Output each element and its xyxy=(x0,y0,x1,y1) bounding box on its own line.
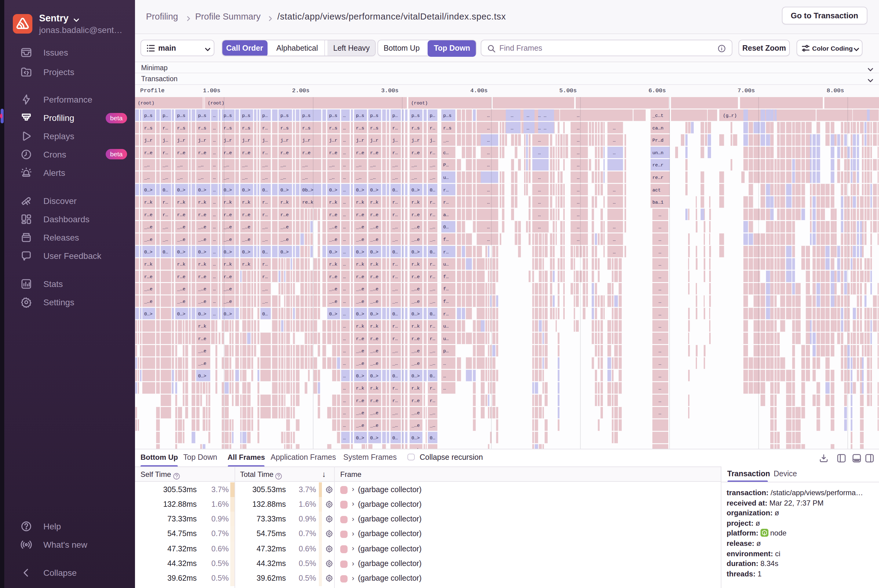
svg-text:0…>: 0…> xyxy=(177,249,185,255)
svg-text:…: … xyxy=(613,249,615,255)
svg-text:…: … xyxy=(343,249,346,255)
svg-text:_…e: _…e xyxy=(280,224,288,230)
svg-text:…: … xyxy=(577,212,580,218)
svg-text:j…r: j…r xyxy=(144,137,152,143)
svg-text:f…: f… xyxy=(443,237,449,242)
svg-text:r…k: r…k xyxy=(412,385,420,391)
svg-text:0…>: 0…> xyxy=(242,249,251,255)
svg-text:r…k: r…k xyxy=(224,200,232,205)
svg-text:…: … xyxy=(658,212,661,218)
svg-text:0…>: 0…> xyxy=(412,373,420,379)
svg-text:…: … xyxy=(527,112,529,118)
svg-text:_…: _… xyxy=(329,162,334,168)
svg-text:j…: j… xyxy=(162,137,168,143)
svg-text:r…k: r…k xyxy=(329,261,337,267)
svg-text:_…: _… xyxy=(262,224,268,230)
svg-text:r…e: r…e xyxy=(144,150,152,155)
svg-text:0…>: 0…> xyxy=(280,249,288,255)
svg-text:r…e: r…e xyxy=(356,274,364,279)
svg-text:r…: r… xyxy=(430,398,435,403)
svg-text:_…e: _…e xyxy=(370,423,379,428)
svg-text:r…e: r…e xyxy=(177,274,185,279)
svg-text:_…: _… xyxy=(144,162,150,168)
svg-text:_…e: _…e xyxy=(356,360,364,366)
svg-text:0…: 0… xyxy=(262,249,268,255)
svg-text:_…e: _…e xyxy=(280,237,288,242)
svg-text:_…e: _…e xyxy=(356,224,364,230)
svg-text:_…e: _…e xyxy=(177,298,185,304)
svg-text:re…k: re…k xyxy=(302,200,313,205)
svg-text:r…e: r…e xyxy=(280,150,288,155)
svg-text:r…k: r…k xyxy=(144,261,152,267)
svg-text:r…: r… xyxy=(443,200,449,205)
svg-text:_…: _… xyxy=(430,224,435,230)
svg-text:…: … xyxy=(487,150,490,155)
svg-text:0…>: 0…> xyxy=(356,249,364,255)
svg-text:…: … xyxy=(577,150,580,155)
svg-text:0…: 0… xyxy=(430,435,435,441)
svg-text:p…s: p…s xyxy=(443,112,451,118)
svg-text:r…e: r…e xyxy=(198,212,206,218)
svg-text:f…: f… xyxy=(443,286,449,291)
svg-text:…: … xyxy=(213,298,216,304)
svg-text:p…s: p…s xyxy=(198,112,206,118)
svg-text:r…e: r…e xyxy=(242,212,251,218)
svg-text:0…>: 0…> xyxy=(280,187,288,193)
svg-text:re…r: re…r xyxy=(652,175,663,180)
svg-text:j…: j… xyxy=(430,137,435,143)
svg-text:…: … xyxy=(443,373,446,379)
svg-text:r…k: r…k xyxy=(356,200,364,205)
svg-text:…: … xyxy=(343,323,346,329)
svg-text:_…: _… xyxy=(430,348,435,354)
svg-text:0…>: 0…> xyxy=(144,249,152,255)
svg-text:_…e: _…e xyxy=(144,286,152,291)
svg-text:…: … xyxy=(487,237,490,242)
svg-text:r…: r… xyxy=(430,125,435,130)
svg-text:p…: p… xyxy=(262,112,268,118)
svg-text:0…>: 0…> xyxy=(356,373,364,379)
svg-text:_…: _… xyxy=(280,175,286,180)
svg-text:_…: _… xyxy=(242,175,248,180)
svg-text:…: … xyxy=(213,286,216,291)
svg-text:r…e: r…e xyxy=(198,336,206,341)
svg-text:_…: _… xyxy=(430,298,435,304)
svg-text:…: … xyxy=(343,373,346,379)
svg-text:_…e: _…e xyxy=(198,298,206,304)
svg-text:r…e: r…e xyxy=(370,398,379,403)
svg-text:_…: _… xyxy=(370,162,376,168)
svg-text:r…: r… xyxy=(430,212,435,218)
svg-text:…: … xyxy=(343,112,346,118)
svg-text:_…e: _…e xyxy=(329,237,337,242)
svg-text:_…e: _…e xyxy=(411,286,420,291)
svg-text:r…s: r…s xyxy=(302,125,311,130)
svg-text:_…e: _…e xyxy=(356,286,364,291)
svg-text:0…>: 0…> xyxy=(370,187,379,193)
svg-text:j…r: j…r xyxy=(412,137,420,143)
svg-text:…: … xyxy=(213,162,216,168)
svg-text:r…: r… xyxy=(430,323,435,329)
svg-text:(root): (root) xyxy=(411,100,428,106)
svg-text:_…: _… xyxy=(430,360,435,366)
svg-text:_…: _… xyxy=(302,175,308,180)
svg-text:r…s: r…s xyxy=(198,125,206,130)
svg-text:r…e: r…e xyxy=(412,274,420,279)
svg-text:…: … xyxy=(343,187,346,193)
svg-text:…: … xyxy=(213,150,216,155)
svg-text:…: … xyxy=(487,112,490,118)
svg-text:_…: _… xyxy=(392,423,398,428)
svg-text:_…: _… xyxy=(430,286,435,291)
svg-text:0…: 0… xyxy=(430,249,435,255)
svg-text:…: … xyxy=(658,348,661,354)
svg-text:ca…n: ca…n xyxy=(652,125,663,130)
svg-text:…: … xyxy=(343,385,346,391)
svg-text:_…e: _…e xyxy=(198,286,206,291)
svg-text:…: … xyxy=(343,150,346,155)
svg-text:r…: r… xyxy=(430,385,435,391)
svg-text:_…e: _…e xyxy=(411,298,420,304)
svg-text:r…k: r…k xyxy=(370,261,379,267)
svg-text:0…>: 0…> xyxy=(177,187,185,193)
svg-text:_…e: _…e xyxy=(144,237,152,242)
svg-text:…: … xyxy=(577,237,580,242)
svg-text:r…e: r…e xyxy=(412,336,420,341)
svg-text:…: … xyxy=(343,336,346,341)
